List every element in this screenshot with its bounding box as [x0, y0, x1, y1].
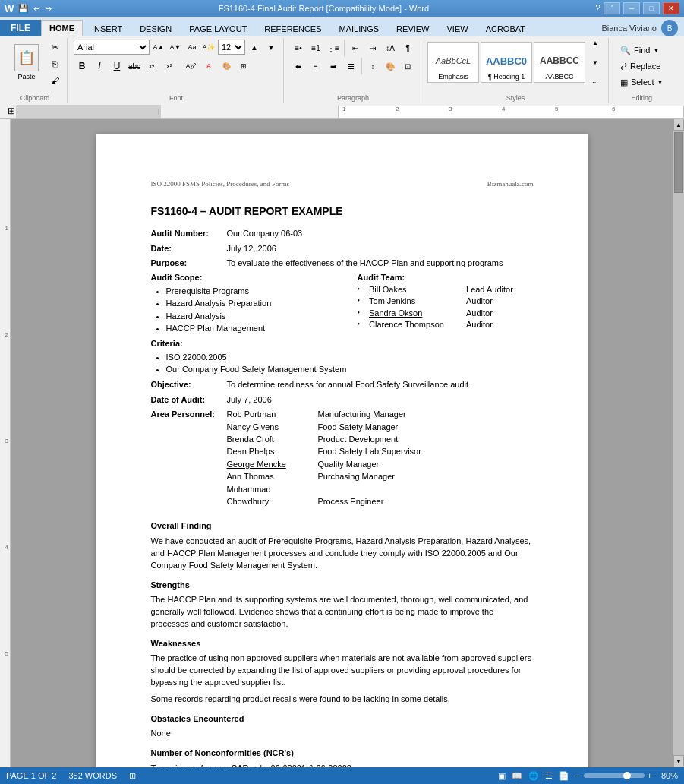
strikethrough-button[interactable]: abc — [126, 58, 143, 74]
increase-indent-button[interactable]: ⇥ — [364, 40, 381, 56]
font-color-button[interactable]: A — [200, 58, 217, 74]
styles-more-btn[interactable]: ⋯ — [587, 74, 604, 90]
person-role-5: Quality Manager — [318, 459, 380, 470]
find-button[interactable]: 🔍 Find ▼ — [615, 43, 664, 58]
ruler-corner: ⊞ — [8, 106, 17, 118]
minimize-btn[interactable]: ─ — [623, 2, 640, 14]
scroll-thumb[interactable] — [674, 132, 683, 193]
paste-button[interactable]: 📋 Paste — [8, 40, 46, 85]
text-highlight-button[interactable]: A🖊 — [183, 58, 200, 74]
align-left-button[interactable]: ⬅ — [290, 58, 307, 74]
font-size-select[interactable]: 12 — [218, 40, 245, 55]
borders-button[interactable]: ⊡ — [399, 58, 416, 74]
cut-button[interactable]: ✂ — [47, 40, 62, 55]
auditor-name-4: Clarence Thompson — [369, 319, 460, 330]
save-icon[interactable]: 💾 — [18, 4, 29, 13]
sort-button[interactable]: ↕A — [382, 40, 399, 56]
paragraph-label: Paragraph — [337, 93, 369, 102]
view-outline-icon[interactable]: ☰ — [545, 771, 553, 781]
view-web-icon[interactable]: 🌐 — [528, 771, 539, 781]
font-size-dec[interactable]: ▼ — [263, 40, 279, 55]
multilevel-button[interactable]: ⋮≡ — [325, 40, 342, 56]
line-spacing-button[interactable]: ↕ — [364, 58, 381, 74]
font-size-inc[interactable]: ▲ — [247, 40, 262, 55]
select-button[interactable]: ▦ Select ▼ — [615, 75, 669, 90]
audit-team-row-2: • Tom Jenkins Auditor — [358, 296, 534, 307]
zoom-slider[interactable] — [584, 773, 645, 778]
view-normal-icon[interactable]: ▣ — [498, 771, 506, 781]
bullets-button[interactable]: ≡• — [290, 40, 307, 56]
align-right-button[interactable]: ➡ — [325, 58, 342, 74]
tab-review[interactable]: REVIEW — [388, 20, 437, 36]
border-button[interactable]: ⊞ — [235, 58, 252, 74]
format-painter-button[interactable]: 🖌 — [47, 73, 62, 88]
select-dropdown-icon[interactable]: ▼ — [657, 79, 664, 86]
tab-page-layout[interactable]: PAGE LAYOUT — [181, 20, 255, 36]
replace-button[interactable]: ⇄ Replace — [615, 59, 666, 74]
tab-design[interactable]: DESIGN — [131, 20, 180, 36]
show-marks-button[interactable]: ¶ — [399, 40, 416, 56]
subscript-button[interactable]: x₂ — [143, 58, 160, 74]
styles-group: AaBbCcL Emphasis AABBC0 ¶ Heading 1 AABB… — [423, 38, 609, 103]
text-shading-button[interactable]: 🎨 — [218, 58, 235, 74]
align-center-button[interactable]: ≡ — [307, 58, 324, 74]
increase-font-btn[interactable]: A▼ — [168, 40, 183, 55]
replace-label: Replace — [630, 62, 660, 71]
tab-acrobat[interactable]: ACROBAT — [478, 20, 534, 36]
close-btn[interactable]: ✕ — [663, 2, 679, 14]
scroll-down-btn[interactable]: ▼ — [673, 755, 684, 767]
decrease-font-btn[interactable]: A▲ — [151, 40, 166, 55]
styles-up-btn[interactable]: ▲ — [587, 34, 604, 51]
page-container[interactable]: ISO 22000 FSMS Policies, Procedures, and… — [11, 119, 673, 767]
maximize-btn[interactable]: □ — [643, 2, 660, 14]
auditor-role-4: Auditor — [466, 319, 493, 330]
bold-button[interactable]: B — [74, 58, 90, 74]
margin-num-4: 4 — [5, 544, 8, 551]
clear-format-btn[interactable]: Aa — [184, 40, 200, 55]
area-personnel-row: Area Personnel: Rob Portman Manufacturin… — [151, 409, 534, 513]
layout-icon[interactable]: ⊞ — [129, 771, 136, 781]
scroll-up-btn[interactable]: ▲ — [673, 119, 684, 131]
zoom-out-btn[interactable]: − — [575, 771, 580, 780]
date-of-audit-value: July 7, 2006 — [227, 394, 272, 406]
undo-icon[interactable]: ↩ — [33, 4, 40, 13]
style-heading1[interactable]: AABBC0 ¶ Heading 1 — [481, 42, 532, 83]
redo-icon[interactable]: ↪ — [45, 4, 52, 13]
view-draft-icon[interactable]: 📄 — [559, 771, 569, 781]
style-emphasis[interactable]: AaBbCcL Emphasis — [427, 42, 479, 83]
objective-label: Objective: — [151, 379, 227, 390]
auditor-name-2: Tom Jenkins — [369, 296, 460, 307]
purpose-label: Purpose: — [151, 258, 227, 269]
tab-references[interactable]: REFERENCES — [256, 20, 329, 36]
decrease-indent-button[interactable]: ⇤ — [347, 40, 364, 56]
area-personnel-label: Area Personnel: — [151, 409, 227, 513]
view-read-icon[interactable]: 📖 — [512, 771, 522, 781]
find-dropdown-icon[interactable]: ▼ — [653, 47, 659, 54]
superscript-button[interactable]: x² — [161, 58, 178, 74]
document-page[interactable]: ISO 22000 FSMS Policies, Procedures, and… — [96, 134, 588, 767]
text-effect-btn[interactable]: A✨ — [201, 40, 216, 55]
underline-button[interactable]: U — [109, 58, 125, 74]
styles-down-btn[interactable]: ▼ — [587, 54, 604, 71]
zoom-in-btn[interactable]: + — [648, 771, 652, 780]
numbering-button[interactable]: ≡1 — [307, 40, 324, 56]
tab-home[interactable]: HOME — [41, 20, 83, 36]
italic-button[interactable]: I — [91, 58, 108, 74]
user-avatar[interactable]: B — [661, 20, 678, 36]
scrollbar-vertical[interactable]: ▲ ▼ — [673, 119, 684, 767]
tab-mailings[interactable]: MAILINGS — [331, 20, 388, 36]
find-icon: 🔍 — [620, 46, 631, 55]
justify-button[interactable]: ☰ — [342, 58, 359, 74]
ribbon-collapse-btn[interactable]: ˄ — [604, 2, 620, 14]
font-name-select[interactable]: Arial — [74, 40, 150, 55]
copy-button[interactable]: ⎘ — [47, 56, 62, 71]
style-heading2[interactable]: AABBCC AABBCC — [534, 42, 585, 83]
shading-button[interactable]: 🎨 — [382, 58, 399, 74]
date-row: Date: July 12, 2006 — [151, 243, 534, 254]
help-icon[interactable]: ? — [595, 3, 600, 14]
date-value: July 12, 2006 — [227, 243, 276, 254]
tab-view[interactable]: VIEW — [439, 20, 477, 36]
tab-insert[interactable]: INSERT — [84, 20, 131, 36]
ribbon-toolbar: 📋 Paste ✂ ⎘ 🖌 Clipboard Arial A▲ A▼ Aa A… — [0, 36, 684, 105]
tab-file[interactable]: FILE — [0, 20, 41, 36]
